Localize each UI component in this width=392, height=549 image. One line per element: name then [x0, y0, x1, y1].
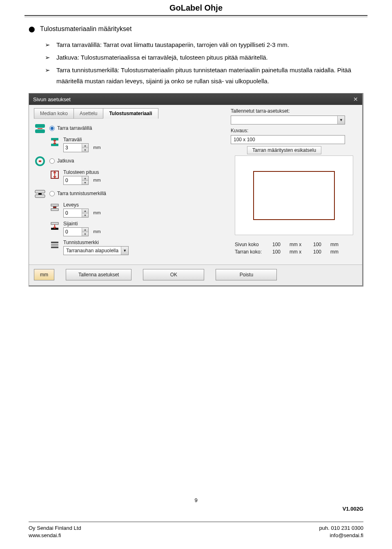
mark-pos-unit: mm: [93, 229, 100, 234]
svg-rect-9: [38, 193, 42, 195]
label-size-unit: mm: [330, 249, 339, 255]
list-item: Tarra tarravälillä: Tarrat ovat liimattu…: [56, 39, 363, 50]
mark-side-icon: [49, 240, 60, 250]
bullet-icon: ⬤: [29, 24, 35, 33]
spin-up-icon[interactable]: ▲: [82, 176, 88, 181]
arrow-icon: ➢: [45, 64, 52, 87]
preview-label-rect: [253, 171, 335, 220]
spin-down-icon[interactable]: ▼: [82, 148, 88, 152]
exit-button[interactable]: Poistu: [216, 269, 277, 280]
radio-gap-input[interactable]: [49, 126, 55, 131]
page-number: 9: [29, 497, 363, 503]
bullet-list: ➢ Tarra tarravälillä: Tarrat ovat liimat…: [29, 39, 363, 87]
mark-side-label: Tunnistusmerkki: [63, 240, 129, 245]
length-icon: [49, 169, 60, 180]
list-item: Tarra tunnistusmerkillä: Tulostusmateria…: [56, 64, 363, 87]
gap-value-input[interactable]: [64, 144, 82, 152]
footer-website: www.sendai.fi: [29, 532, 81, 539]
description-field[interactable]: 100 x 100: [231, 135, 345, 144]
page-size-h: 100: [313, 242, 327, 247]
svg-rect-11: [51, 209, 58, 211]
list-item: Jatkuva: Tulostusmateriaalissa ei tarrav…: [56, 52, 363, 63]
blackmark-icon: [34, 188, 46, 200]
chevron-down-icon[interactable]: ▼: [121, 247, 128, 255]
mark-width-spinner[interactable]: ▲▼: [63, 209, 89, 218]
mark-width-icon: [49, 202, 60, 213]
radio-blackmark[interactable]: Tarra tunnistusmerkillä: [49, 188, 106, 196]
length-unit: mm: [93, 178, 100, 182]
saved-settings-label: Tallennetut tarra-asetukset:: [231, 108, 357, 114]
label-gap-icon: [34, 123, 46, 134]
saved-settings-combo[interactable]: ▼: [231, 116, 345, 124]
label-size-mid: mm x: [290, 249, 310, 255]
mark-pos-spinner[interactable]: ▲▼: [63, 227, 89, 236]
arrow-icon: ➢: [45, 52, 52, 63]
svg-rect-13: [51, 222, 58, 224]
svg-rect-7: [35, 190, 45, 193]
svg-rect-15: [51, 242, 58, 243]
mark-width-input[interactable]: [64, 209, 82, 217]
spin-down-icon[interactable]: ▼: [82, 232, 88, 236]
page-size-unit: mm: [330, 242, 339, 247]
page-size-mid: mm x: [290, 242, 310, 247]
footer-company: Oy Sendai Finland Ltd: [29, 525, 81, 532]
section-heading: Tulostusmateriaalin määritykset: [40, 24, 131, 33]
version-label: V1.002G: [29, 506, 363, 512]
mark-pos-input[interactable]: [64, 228, 82, 236]
label-size-h: 100: [313, 249, 327, 255]
page-size-w: 100: [272, 242, 286, 247]
arrow-icon: ➢: [45, 39, 52, 50]
chevron-down-icon[interactable]: ▼: [337, 116, 345, 124]
radio-continuous[interactable]: Jatkuva: [49, 156, 74, 164]
radio-gap[interactable]: Tarra tarravälillä: [49, 123, 92, 131]
mark-position-icon: [49, 221, 60, 231]
gap-height-icon: [49, 137, 60, 147]
preview-group: Tarran määritysten esikatselu Sivun koko…: [231, 150, 357, 260]
svg-rect-8: [35, 195, 45, 198]
page-setup-dialog: Sivun asetukset ✕ Median koko Asettelu T…: [29, 93, 363, 287]
mark-side-value: Tarranauhan alapuolella: [64, 248, 121, 253]
svg-rect-0: [35, 124, 45, 128]
radio-gap-label: Tarra tarravälillä: [57, 125, 92, 131]
radio-continuous-label: Jatkuva: [57, 158, 74, 164]
svg-rect-1: [35, 129, 45, 133]
radio-blackmark-input[interactable]: [49, 191, 55, 196]
divider: [24, 17, 368, 17]
spin-up-icon[interactable]: ▲: [82, 209, 88, 213]
mark-width-unit: mm: [93, 210, 100, 215]
preview-legend: Tarran määritysten esikatselu: [247, 146, 321, 154]
length-field-label: Tulosteen pituus: [63, 169, 101, 175]
continuous-icon: [34, 156, 46, 167]
svg-rect-16: [51, 244, 58, 246]
page-size-label: Sivun koko: [235, 242, 269, 247]
length-value-input[interactable]: [64, 176, 82, 184]
close-icon[interactable]: ✕: [353, 96, 358, 102]
description-value: 100 x 100: [231, 137, 345, 142]
label-size-w: 100: [272, 249, 286, 255]
tab-media-size[interactable]: Median koko: [34, 108, 74, 119]
length-spinner[interactable]: ▲▼: [63, 176, 89, 185]
divider: [24, 15, 368, 16]
spin-up-icon[interactable]: ▲: [82, 144, 88, 148]
gap-unit: mm: [93, 145, 100, 150]
description-label: Kuvaus:: [231, 128, 357, 133]
footer-email: info@sendai.fi: [319, 532, 363, 539]
label-size-label: Tarran koko:: [235, 249, 269, 255]
svg-rect-10: [51, 204, 58, 206]
save-settings-button[interactable]: Tallenna asetukset: [66, 269, 131, 280]
gap-spinner[interactable]: ▲▼: [63, 143, 89, 152]
mark-side-combo[interactable]: Tarranauhan alapuolella ▼: [63, 246, 129, 255]
radio-continuous-input[interactable]: [49, 158, 55, 164]
tab-print-material[interactable]: Tulostusmateriaali: [103, 108, 158, 119]
spin-up-icon[interactable]: ▲: [82, 228, 88, 232]
spin-down-icon[interactable]: ▼: [82, 213, 88, 218]
ok-button[interactable]: OK: [143, 269, 204, 280]
svg-rect-2: [38, 128, 42, 129]
dialog-title: Sivun asetukset: [33, 96, 71, 102]
tab-layout[interactable]: Asettelu: [74, 108, 103, 119]
preview-canvas: [235, 156, 353, 235]
unit-toggle-button[interactable]: mm: [34, 269, 54, 280]
document-title: GoLabel Ohje: [0, 0, 392, 15]
svg-rect-5: [39, 160, 41, 162]
spin-down-icon[interactable]: ▼: [82, 181, 88, 185]
